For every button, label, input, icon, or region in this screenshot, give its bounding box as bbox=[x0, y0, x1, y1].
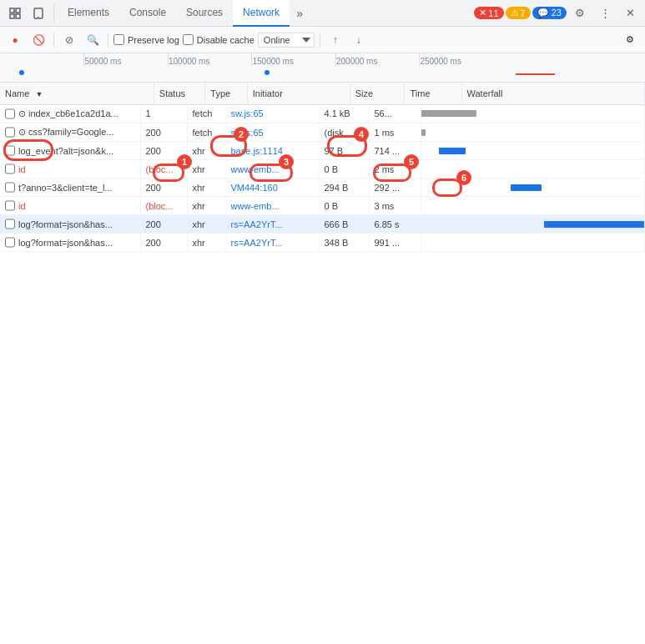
row-name: ⊙ index_cb6e1ca2d1a... bbox=[18, 108, 118, 119]
row-status: 200 bbox=[140, 179, 187, 197]
col-status-header[interactable]: Status bbox=[154, 83, 204, 104]
preserve-log-label[interactable]: Preserve log bbox=[113, 34, 179, 45]
table-row[interactable]: id(bloc...xhrwww-emb...0 B2 ms bbox=[0, 160, 645, 179]
row-waterfall bbox=[421, 234, 645, 252]
waterfall-bar bbox=[544, 221, 644, 228]
filter-button[interactable]: ⊘ bbox=[59, 30, 79, 50]
row-name: id bbox=[18, 164, 26, 174]
ruler-tick-5: 250000 ms bbox=[419, 53, 461, 66]
disable-cache-checkbox[interactable] bbox=[183, 34, 194, 45]
waterfall-bar bbox=[421, 110, 477, 117]
row-checkbox[interactable] bbox=[5, 182, 15, 193]
ruler-tick-4: 200000 ms bbox=[335, 53, 377, 66]
disable-cache-label[interactable]: Disable cache bbox=[183, 34, 254, 45]
toolbar-sep-1 bbox=[53, 33, 54, 48]
row-initiator-link[interactable]: rs=AA2YrT... bbox=[231, 238, 283, 248]
tab-more-button[interactable]: » bbox=[290, 2, 310, 25]
search-button[interactable]: 🔍 bbox=[83, 30, 103, 50]
row-size: 0 B bbox=[319, 160, 369, 179]
row-time: 56... bbox=[369, 105, 421, 123]
export-button[interactable]: ↓ bbox=[349, 30, 369, 50]
table-row[interactable]: ⊙ css?family=Google...200fetchsw.js:65(d… bbox=[0, 123, 645, 142]
waterfall-bar bbox=[421, 129, 426, 136]
network-settings-icon[interactable]: ⚙ bbox=[620, 30, 640, 50]
row-initiator-link[interactable]: sw.js:65 bbox=[231, 128, 264, 138]
row-checkbox[interactable] bbox=[5, 108, 15, 119]
col-time-header[interactable]: Time bbox=[405, 83, 461, 104]
settings-icon[interactable]: ⚙ bbox=[568, 2, 592, 25]
record-button[interactable]: ● bbox=[5, 30, 25, 50]
table-row[interactable]: t?anno=3&client=te_l...200xhrVM444:16029… bbox=[0, 179, 645, 197]
row-size: 666 B bbox=[319, 215, 369, 234]
row-initiator: www-emb... bbox=[225, 197, 319, 215]
row-type: xhr bbox=[187, 197, 225, 215]
inspect-icon[interactable] bbox=[3, 2, 27, 25]
row-name: log?format=json&has... bbox=[18, 238, 113, 248]
row-checkbox[interactable] bbox=[5, 164, 15, 174]
row-initiator-link[interactable]: sw.js:65 bbox=[231, 108, 264, 118]
table-row[interactable]: ⊙ index_cb6e1ca2d1a...1fetchsw.js:654.1 … bbox=[0, 105, 645, 123]
import-button[interactable]: ↑ bbox=[325, 30, 345, 50]
table-row[interactable]: log?format=json&has...200xhrrs=AA2YrT...… bbox=[0, 234, 645, 252]
row-checkbox[interactable] bbox=[5, 200, 15, 211]
preserve-log-checkbox[interactable] bbox=[113, 34, 124, 45]
row-name: id bbox=[18, 201, 26, 211]
row-initiator-link[interactable]: VM444:160 bbox=[231, 183, 278, 193]
chat-icon: 💬 bbox=[537, 8, 549, 18]
ruler-tick-1: 50000 ms bbox=[83, 53, 121, 66]
tab-sources[interactable]: Sources bbox=[176, 0, 233, 27]
throttle-select[interactable]: Online Offline Slow 3G Fast 3G bbox=[258, 33, 315, 48]
row-time: 6.85 s bbox=[369, 215, 421, 234]
mobile-icon[interactable] bbox=[27, 2, 50, 25]
row-initiator-link[interactable]: www-emb... bbox=[231, 201, 280, 211]
svg-point-5 bbox=[38, 16, 39, 18]
row-checkbox[interactable] bbox=[5, 219, 15, 229]
table-row[interactable]: log_event?alt=json&k...200xhrbase.js:111… bbox=[0, 142, 645, 160]
row-status: 200 bbox=[140, 215, 187, 234]
warning-icon: ⚠ bbox=[511, 8, 519, 18]
col-size-header[interactable]: Size bbox=[350, 83, 405, 104]
row-status: 200 bbox=[140, 142, 187, 160]
clear-button[interactable]: 🚫 bbox=[28, 30, 48, 50]
tab-elements[interactable]: Elements bbox=[58, 0, 119, 27]
warning-badge[interactable]: ⚠ 7 bbox=[506, 7, 531, 19]
timeline-dot-1 bbox=[19, 70, 24, 75]
more-menu-icon[interactable]: ⋮ bbox=[593, 2, 617, 25]
table-row[interactable]: id(bloc...xhrwww-emb...0 B3 ms bbox=[0, 197, 645, 215]
error-icon: ✕ bbox=[479, 8, 486, 18]
tab-console[interactable]: Console bbox=[119, 0, 176, 27]
col-type-header[interactable]: Type bbox=[205, 83, 247, 104]
row-checkbox[interactable] bbox=[5, 145, 15, 156]
ruler-tick-2: 100000 ms bbox=[168, 53, 209, 66]
row-initiator: rs=AA2YrT... bbox=[225, 215, 319, 234]
row-checkbox[interactable] bbox=[5, 237, 15, 248]
timeline-line bbox=[516, 73, 554, 75]
row-checkbox[interactable] bbox=[5, 127, 15, 138]
row-name: log?format=json&has... bbox=[18, 219, 113, 229]
col-initiator-header[interactable]: Initiator bbox=[247, 83, 350, 104]
row-status: (bloc... bbox=[140, 160, 187, 179]
col-name-header[interactable]: Name ▼ bbox=[0, 83, 154, 104]
close-icon[interactable]: ✕ bbox=[618, 2, 642, 25]
row-status: 1 bbox=[140, 105, 187, 123]
network-table: Name ▼ Status Type Initiator Size Time bbox=[0, 83, 645, 105]
tab-network[interactable]: Network bbox=[233, 0, 290, 27]
row-initiator-link[interactable]: rs=AA2YrT... bbox=[231, 219, 283, 229]
row-size: 348 B bbox=[319, 234, 369, 252]
row-initiator: sw.js:65 bbox=[225, 105, 319, 123]
row-waterfall bbox=[421, 160, 645, 179]
error-badge[interactable]: ✕ 11 bbox=[474, 7, 503, 19]
svg-rect-3 bbox=[16, 14, 20, 18]
row-initiator-link[interactable]: www-emb... bbox=[231, 164, 280, 174]
info-badge[interactable]: 💬 23 bbox=[532, 7, 567, 19]
waterfall-bar bbox=[511, 184, 542, 191]
col-waterfall-header[interactable]: Waterfall bbox=[461, 83, 645, 104]
toolbar-sep-3 bbox=[320, 33, 320, 48]
row-name: log_event?alt=json&k... bbox=[18, 146, 113, 156]
devtools-tabs: Elements Console Sources Network » ✕ 11 … bbox=[0, 0, 645, 27]
row-initiator-link[interactable]: base.js:1114 bbox=[231, 146, 283, 156]
row-type: xhr bbox=[187, 215, 225, 234]
row-type: fetch bbox=[187, 123, 225, 142]
table-header-row: Name ▼ Status Type Initiator Size Time bbox=[0, 83, 645, 104]
table-row[interactable]: log?format=json&has...200xhrrs=AA2YrT...… bbox=[0, 215, 645, 234]
